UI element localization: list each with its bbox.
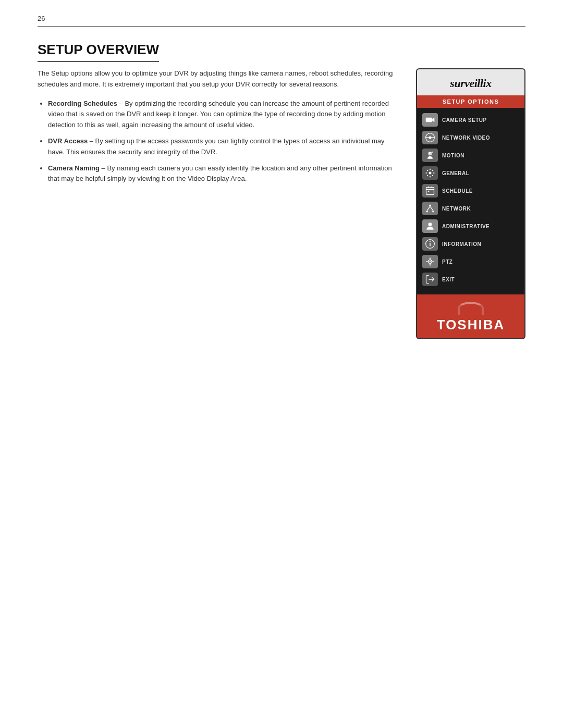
information-label: INFORMATION: [442, 241, 481, 247]
bullet-item-dvr-access: DVR Access – By setting up the access pa…: [48, 136, 400, 158]
svg-point-5: [429, 172, 432, 175]
ptz-icon: [422, 255, 438, 268]
menu-item-network-video[interactable]: NETWORK VIDEO: [417, 129, 524, 146]
menu-item-motion[interactable]: MOTION: [417, 146, 524, 164]
page-title: SETUP OVERVIEW: [38, 42, 159, 62]
svg-point-12: [426, 211, 428, 212]
svg-line-15: [430, 206, 433, 211]
network-icon: [422, 202, 438, 215]
exit-icon: [422, 273, 438, 286]
menu-item-administrative[interactable]: ADMINISTRATIVE: [417, 217, 524, 235]
svg-line-14: [427, 206, 430, 211]
menu-item-information[interactable]: INFORMATION: [417, 235, 524, 253]
svg-rect-6: [426, 187, 434, 194]
svg-point-16: [429, 223, 432, 226]
menu-item-ptz[interactable]: PTZ: [417, 253, 524, 270]
schedule-icon: [422, 184, 438, 198]
svg-point-11: [429, 205, 431, 206]
svg-rect-0: [426, 118, 433, 122]
information-icon: [422, 237, 438, 251]
schedule-label: SCHEDULE: [442, 188, 473, 194]
network-label: NETWORK: [442, 206, 471, 212]
setup-options-header: SETUP OPTIONS: [417, 95, 524, 108]
menu-item-network[interactable]: NETWORK: [417, 200, 524, 217]
administrative-label: ADMINISTRATIVE: [442, 224, 489, 229]
ptz-label: PTZ: [442, 259, 452, 265]
svg-rect-10: [428, 191, 430, 192]
right-column: surveillix SETUP OPTIONS CAMERA SETUPNET…: [416, 68, 525, 339]
svg-point-13: [432, 211, 434, 212]
toshiba-logo: TOSHIBA: [417, 317, 524, 333]
menu-item-exit[interactable]: EXIT: [417, 270, 524, 288]
menu-item-schedule[interactable]: SCHEDULE: [417, 182, 524, 200]
network-video-icon: [422, 131, 438, 144]
menu-items-container: CAMERA SETUPNETWORK VIDEOMOTIONGENERALSC…: [417, 108, 524, 291]
intro-paragraph: The Setup options allow you to optimize …: [38, 68, 400, 90]
menu-item-general[interactable]: GENERAL: [417, 164, 524, 182]
general-label: GENERAL: [442, 170, 469, 176]
general-icon: [422, 166, 438, 180]
bullet-text-dvr-access: – By setting up the access passwords you…: [48, 137, 385, 156]
svg-point-21: [430, 261, 431, 263]
surveillix-logo: surveillix: [423, 77, 518, 90]
motion-icon: [422, 149, 438, 162]
logo-area: surveillix: [417, 69, 524, 95]
bullet-term-recording: Recording Schedules: [48, 100, 117, 107]
two-column-layout: The Setup options allow you to optimize …: [38, 68, 525, 339]
menu-item-camera-setup[interactable]: CAMERA SETUP: [417, 111, 524, 129]
brand-footer: TOSHIBA: [417, 294, 524, 338]
bullet-text-camera-naming: – By naming each camera you can easily i…: [48, 164, 392, 183]
camera-setup-label: CAMERA SETUP: [442, 117, 487, 123]
bullet-item-recording: Recording Schedules – By optimizing the …: [48, 98, 400, 131]
administrative-icon: [422, 219, 438, 233]
content-area: SETUP OVERVIEW The Setup options allow y…: [38, 42, 525, 339]
left-column: The Setup options allow you to optimize …: [38, 68, 400, 193]
page-number: 26: [38, 15, 45, 22]
exit-label: EXIT: [442, 277, 455, 282]
dvr-panel: surveillix SETUP OPTIONS CAMERA SETUPNET…: [416, 68, 525, 339]
toshiba-arc-icon: [458, 302, 484, 315]
bullet-list: Recording Schedules – By optimizing the …: [38, 98, 400, 185]
bullet-term-dvr-access: DVR Access: [48, 137, 88, 145]
motion-label: MOTION: [442, 153, 464, 158]
svg-marker-1: [432, 118, 434, 122]
bullet-item-camera-naming: Camera Naming – By naming each camera yo…: [48, 163, 400, 185]
camera-setup-icon: [422, 113, 438, 127]
bullet-term-camera-naming: Camera Naming: [48, 164, 100, 172]
svg-point-19: [430, 241, 431, 242]
top-rule: [38, 26, 525, 27]
network-video-label: NETWORK VIDEO: [442, 135, 490, 141]
